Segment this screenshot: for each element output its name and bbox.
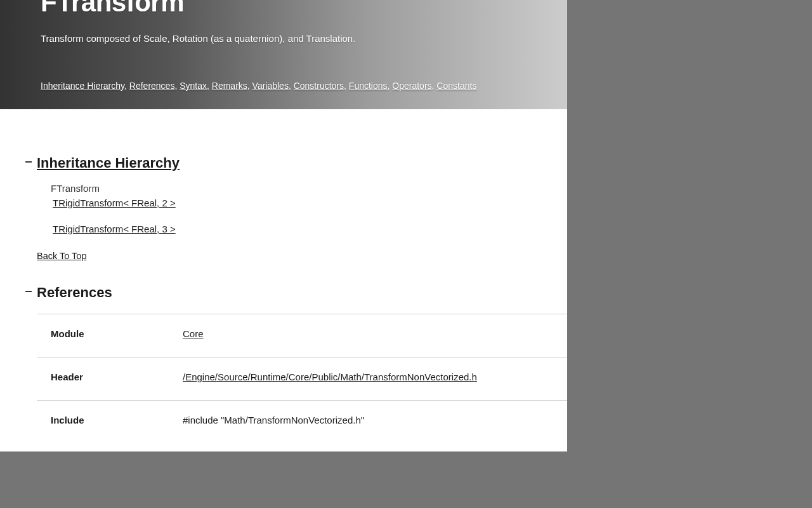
module-link[interactable]: Core xyxy=(183,328,204,339)
hierarchy-link[interactable]: TRigidTransform< FReal, 3 > xyxy=(53,224,176,234)
table-row: Header /Engine/Source/Runtime/Core/Publi… xyxy=(37,357,567,400)
nav-link-functions[interactable]: Functions xyxy=(349,81,388,91)
table-row: Include #include "Math/TransformNonVecto… xyxy=(37,400,567,443)
nav-link-remarks[interactable]: Remarks xyxy=(212,81,247,91)
nav-link-references[interactable]: References xyxy=(129,81,175,91)
header-link[interactable]: /Engine/Source/Runtime/Core/Public/Math/… xyxy=(183,371,477,382)
nav-link-variables[interactable]: Variables xyxy=(252,81,289,91)
nav-link-constructors[interactable]: Constructors xyxy=(294,81,344,91)
nav-link-operators[interactable]: Operators xyxy=(392,81,431,91)
page-title: FTransform xyxy=(41,0,527,18)
row-label: Include xyxy=(37,415,183,425)
hierarchy-child: TRigidTransform< FReal, 2 > xyxy=(51,197,567,208)
hierarchy-root: FTransform xyxy=(51,183,567,194)
table-row: Module Core xyxy=(37,314,567,357)
collapse-icon[interactable] xyxy=(25,291,32,292)
row-value: /Engine/Source/Runtime/Core/Public/Math/… xyxy=(183,371,567,382)
nav-link-constants[interactable]: Constants xyxy=(436,81,476,91)
documentation-page: FTransform Transform composed of Scale, … xyxy=(0,0,567,451)
references-table: Module Core Header /Engine/Source/Runtim… xyxy=(37,314,567,443)
inheritance-hierarchy-section: Inheritance Hierarchy FTransform TRigidT… xyxy=(0,155,567,262)
row-label: Module xyxy=(37,328,183,339)
page-description: Transform composed of Scale, Rotation (a… xyxy=(41,33,527,44)
collapse-icon[interactable] xyxy=(25,161,32,163)
inheritance-heading[interactable]: Inheritance Hierarchy xyxy=(37,155,567,171)
nav-link-inheritance[interactable]: Inheritance Hierarchy xyxy=(41,81,124,91)
hierarchy-child: TRigidTransform< FReal, 3 > xyxy=(51,224,567,234)
hierarchy-list: FTransform TRigidTransform< FReal, 2 > T… xyxy=(37,183,567,234)
row-value: #include "Math/TransformNonVectorized.h" xyxy=(183,415,567,425)
row-value: Core xyxy=(183,328,567,339)
references-heading: References xyxy=(37,284,567,301)
references-section: References Module Core Header /Engine/So… xyxy=(0,284,567,443)
row-label: Header xyxy=(37,371,183,382)
back-to-top-link[interactable]: Back To Top xyxy=(37,251,86,261)
nav-link-syntax[interactable]: Syntax xyxy=(180,81,207,91)
section-nav: Inheritance Hierarchy, References, Synta… xyxy=(41,81,527,91)
hero-header: FTransform Transform composed of Scale, … xyxy=(0,0,567,109)
hierarchy-link[interactable]: TRigidTransform< FReal, 2 > xyxy=(53,197,176,208)
content-area: Inheritance Hierarchy FTransform TRigidT… xyxy=(0,109,567,443)
